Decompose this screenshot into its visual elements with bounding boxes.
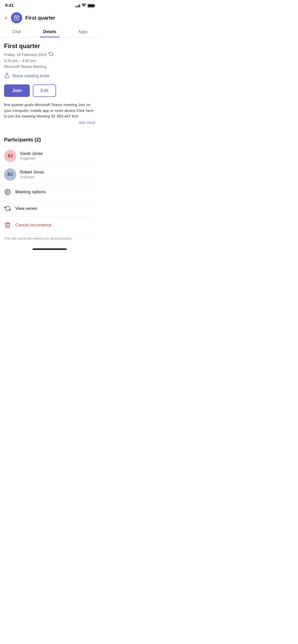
view-series-icon [4, 205, 11, 212]
participants-title: Participants (2) [4, 137, 95, 143]
battery-icon [88, 4, 94, 7]
share-invite-button[interactable]: Share meeting invite [4, 73, 95, 79]
view-series-label: View series [15, 206, 37, 211]
see-more-button[interactable]: See more [4, 120, 95, 125]
status-icons [75, 4, 94, 8]
join-button[interactable]: Join [4, 84, 30, 97]
edit-button[interactable]: Edit [33, 84, 56, 97]
main-content: First quarter Friday, 16 February 2024 3… [0, 37, 99, 245]
cancel-note: This will cancel the meeting for all par… [4, 236, 95, 240]
avatar-rj: RJ [4, 168, 16, 181]
wifi-icon [82, 4, 86, 8]
participant-role: Unknown [20, 175, 44, 179]
cancel-occurrence-label: Cancel occurrence [15, 223, 51, 228]
meeting-type: Microsoft Teams Meeting [4, 64, 95, 69]
participant-name: Robert Jonas [20, 170, 44, 174]
meeting-title: First quarter [4, 42, 95, 50]
share-invite-label: Share meeting invite [12, 74, 49, 78]
participant-role: Organiser [20, 156, 43, 160]
meeting-description: first quarter goals Microsoft Teams meet… [4, 102, 95, 119]
recurring-icon [49, 52, 53, 57]
meeting-date: Friday, 16 February 2024 [4, 52, 95, 57]
tab-chat[interactable]: Chat [0, 26, 33, 37]
participant-item: RJ Robert Jonas Unknown [4, 165, 95, 184]
gear-icon [4, 188, 11, 196]
avatar-sj: SJ [4, 150, 16, 162]
action-buttons: Join Edit [4, 84, 95, 97]
meeting-options-item[interactable]: Meeting options [4, 184, 95, 200]
svg-rect-5 [16, 18, 17, 19]
participant-item: SJ Sarah Jonas Organiser [4, 147, 95, 165]
status-time: 9:41 [5, 3, 14, 8]
home-bar [33, 248, 67, 250]
tab-bar: Chat Details Apps [0, 26, 99, 37]
tab-details[interactable]: Details [33, 26, 66, 37]
svg-point-8 [7, 191, 8, 193]
svg-rect-6 [17, 18, 18, 19]
meeting-icon [11, 12, 22, 23]
participant-name: Sarah Jonas [20, 151, 43, 156]
meeting-options-label: Meeting options [15, 189, 46, 195]
home-indicator [0, 245, 99, 252]
meeting-time: 3:30 pm – 4:00 pm [4, 58, 95, 63]
back-button[interactable]: ‹ [4, 13, 8, 22]
trash-icon [4, 222, 11, 229]
cancel-occurrence-item[interactable]: Cancel occurrence [4, 217, 95, 233]
header-title: First quarter [25, 15, 55, 21]
status-bar: 9:41 [0, 0, 99, 10]
header: ‹ First quarter [0, 10, 99, 26]
share-icon [4, 73, 10, 79]
svg-rect-4 [15, 18, 16, 19]
signal-icon [75, 4, 80, 7]
tab-apps[interactable]: Apps [66, 26, 99, 37]
view-series-item[interactable]: View series [4, 200, 95, 217]
